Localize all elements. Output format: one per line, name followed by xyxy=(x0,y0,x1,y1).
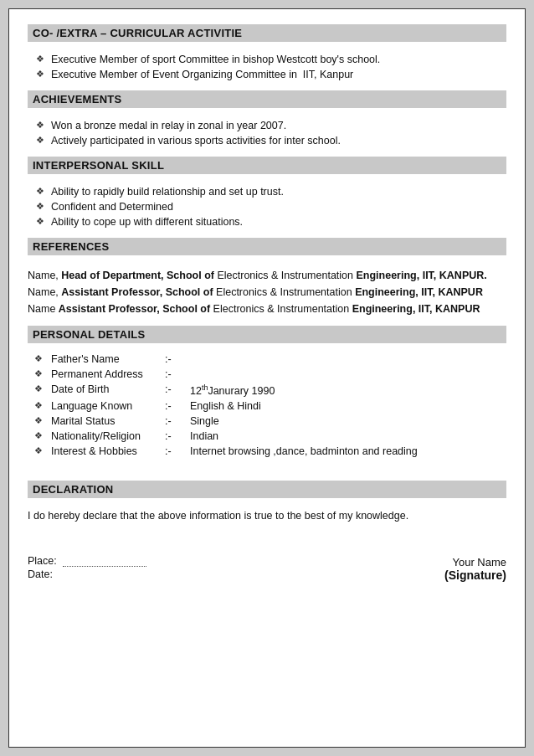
footer: Place: Date: Your Name (Signature) xyxy=(28,555,506,582)
declaration-section: DECLARATION I do hereby declare that the… xyxy=(28,481,506,547)
sep: :- xyxy=(162,444,187,459)
interpersonal-header: INTERPERSONAL SKILL xyxy=(28,157,506,174)
extra-curricular-list: Executive Member of sport Committee in b… xyxy=(28,52,506,82)
interpersonal-list: Ability to rapidly build relationship an… xyxy=(28,184,506,229)
label-dob: Date of Birth xyxy=(28,382,162,399)
label-marital-status: Marital Status xyxy=(28,414,162,429)
label-permanent-address: Permanent Address xyxy=(28,367,162,382)
label-nationality: Nationality/Religion xyxy=(28,429,162,444)
sep: :- xyxy=(162,429,187,444)
table-row: Language Known :- English & Hindi xyxy=(28,399,506,414)
list-item: Won a bronze medal in relay in zonal in … xyxy=(36,118,506,133)
label-language: Language Known xyxy=(28,399,162,414)
list-item: Confident and Determined xyxy=(36,199,506,214)
personal-details-table: Father's Name :- Permanent Address :- Da… xyxy=(28,352,506,459)
resume-page: CO- /EXTRA – CURRICULAR ACTIVITIE Execut… xyxy=(8,8,526,748)
declaration-body: I do hereby declare that the above infor… xyxy=(28,503,506,547)
references-header: REFERENCES xyxy=(28,238,506,255)
extra-curricular-section: CO- /EXTRA – CURRICULAR ACTIVITIE Execut… xyxy=(28,24,506,90)
sep: :- xyxy=(162,352,187,367)
value-hobbies: Internet browsing ,dance, badminton and … xyxy=(187,444,506,459)
value-dob: 12thJanurary 1990 xyxy=(187,382,506,399)
value-marital-status: Single xyxy=(187,414,506,429)
achievements-section: ACHIEVEMENTS Won a bronze medal in relay… xyxy=(28,90,506,157)
reference-line-3: Name Assistant Professor, School of Elec… xyxy=(28,301,506,317)
table-row: Permanent Address :- xyxy=(28,367,506,382)
interpersonal-section: INTERPERSONAL SKILL Ability to rapidly b… xyxy=(28,157,506,238)
table-row: Marital Status :- Single xyxy=(28,414,506,429)
place-label: Place: xyxy=(28,555,57,567)
personal-details-section: PERSONAL DETAILS Father's Name :- Perman… xyxy=(28,326,506,465)
reference-line-2: Name, Assistant Professor, School of Ele… xyxy=(28,284,506,301)
table-row: Nationality/Religion :- Indian xyxy=(28,429,506,444)
achievements-list: Won a bronze medal in relay in zonal in … xyxy=(28,118,506,148)
achievements-header: ACHIEVEMENTS xyxy=(28,90,506,108)
footer-left: Place: Date: xyxy=(28,555,146,582)
list-item: Ability to rapidly build relationship an… xyxy=(36,184,506,199)
declaration-header: DECLARATION xyxy=(28,481,506,498)
declaration-text: I do hereby declare that the above infor… xyxy=(28,510,408,522)
references-body: Name, Head of Department, School of Elec… xyxy=(28,260,506,326)
reference-line-1: Name, Head of Department, School of Elec… xyxy=(28,267,506,284)
sep: :- xyxy=(162,414,187,429)
footer-right: Your Name (Signature) xyxy=(444,556,506,582)
signature: (Signature) xyxy=(444,568,506,582)
list-item: Executive Member of sport Committee in b… xyxy=(36,52,506,67)
sep: :- xyxy=(162,367,187,382)
your-name: Your Name xyxy=(444,556,506,568)
value-fathers-name xyxy=(187,352,506,367)
list-item: Ability to cope up with different situat… xyxy=(36,214,506,229)
list-item: Actively participated in various sports … xyxy=(36,133,506,148)
date-row: Date: xyxy=(28,568,146,580)
sep: :- xyxy=(162,399,187,414)
list-item: Executive Member of Event Organizing Com… xyxy=(36,67,506,82)
table-row: Father's Name :- xyxy=(28,352,506,367)
table-row: Date of Birth :- 12thJanurary 1990 xyxy=(28,382,506,399)
date-label: Date: xyxy=(28,568,53,580)
sep: :- xyxy=(162,382,187,399)
place-dotted-line xyxy=(63,566,146,567)
extra-curricular-header: CO- /EXTRA – CURRICULAR ACTIVITIE xyxy=(28,24,506,42)
value-language: English & Hindi xyxy=(187,399,506,414)
table-row: Interest & Hobbies :- Internet browsing … xyxy=(28,444,506,459)
references-section: REFERENCES Name, Head of Department, Sch… xyxy=(28,238,506,326)
label-fathers-name: Father's Name xyxy=(28,352,162,367)
label-hobbies: Interest & Hobbies xyxy=(28,444,162,459)
value-nationality: Indian xyxy=(187,429,506,444)
personal-details-header: PERSONAL DETAILS xyxy=(28,326,506,343)
value-permanent-address xyxy=(187,367,506,382)
place-row: Place: xyxy=(28,555,146,567)
